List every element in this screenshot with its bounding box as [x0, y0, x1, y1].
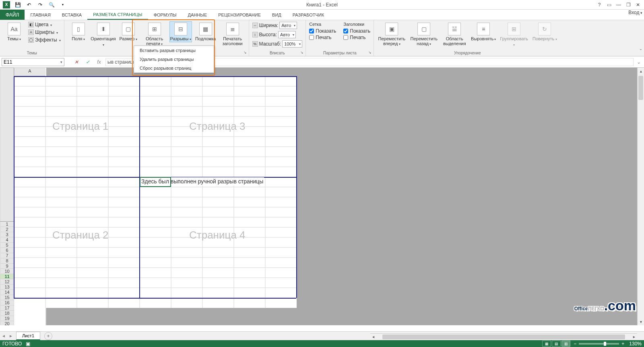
margins-button[interactable]: ▯Поля	[68, 22, 89, 42]
row-header[interactable]: 15	[0, 295, 14, 300]
horizontal-scrollbar[interactable]: ◄ ►	[370, 333, 637, 340]
sheet-nav-prev-icon[interactable]: ◄	[0, 332, 7, 340]
help-icon[interactable]: ?	[595, 1, 604, 9]
align-button[interactable]: ≡Выровнять	[471, 22, 496, 42]
print-titles-button[interactable]: ≣Печатать заголовки	[220, 22, 246, 46]
row-header[interactable]: 19	[0, 316, 14, 321]
sheet-tab-1[interactable]: Лист1	[16, 332, 40, 340]
reset-page-breaks-item[interactable]: Сброс разрывов страниц	[134, 64, 214, 73]
scale-spinner[interactable]: 100%	[282, 40, 302, 48]
row-header[interactable]: 8	[0, 258, 14, 263]
vertical-scrollbar[interactable]: ▲ ▼	[637, 68, 644, 325]
save-icon[interactable]: 💾	[13, 1, 23, 9]
insert-page-break-item[interactable]: Вставить разрыв страницы	[134, 46, 214, 55]
zoom-slider[interactable]	[579, 343, 619, 345]
sheet-options-launcher-icon[interactable]: ↘	[367, 50, 373, 55]
row-header[interactable]: 10	[0, 268, 14, 274]
row-header[interactable]: 11	[0, 274, 14, 279]
row-header[interactable]: 16	[0, 300, 14, 305]
ribbon-display-options-icon[interactable]: ▭	[605, 1, 613, 9]
page-break-preview-icon[interactable]: ▥	[561, 341, 570, 347]
row-header[interactable]: 12	[0, 279, 14, 284]
collapse-ribbon-icon[interactable]: ˇ	[640, 49, 642, 54]
name-box[interactable]: E11	[2, 58, 64, 66]
headings-view-checkbox[interactable]: Показать	[343, 28, 370, 34]
fx-icon[interactable]: fx	[94, 58, 104, 66]
gridlines-print-checkbox[interactable]: Печать	[309, 35, 336, 40]
tab-formulas[interactable]: ФОРМУЛЫ	[148, 10, 182, 20]
tab-file[interactable]: ФАЙЛ	[0, 10, 25, 20]
group-obj-button[interactable]: ⊞Группировать	[500, 22, 528, 48]
size-button[interactable]: ▢Размер	[118, 22, 139, 42]
send-backward-button[interactable]: ▢Переместить назад	[409, 22, 438, 47]
row-header[interactable]: 4	[0, 237, 14, 242]
headings-print-checkbox[interactable]: Печать	[343, 35, 370, 40]
tab-home[interactable]: ГЛАВНАЯ	[25, 10, 56, 20]
selection-pane-button[interactable]: ☱Область выделения	[442, 22, 467, 46]
row-header[interactable]: 14	[0, 289, 14, 295]
print-preview-icon[interactable]: 🔍	[47, 1, 56, 9]
orientation-button[interactable]: ⬍Ориентация	[93, 22, 114, 48]
width-combo[interactable]: Авто	[279, 22, 297, 29]
cancel-icon[interactable]: ✕	[72, 58, 81, 66]
restore-icon[interactable]: ❐	[624, 1, 633, 9]
expand-formula-bar-icon[interactable]: ⌄	[635, 59, 642, 65]
tab-review[interactable]: РЕЦЕНЗИРОВАНИЕ	[213, 10, 266, 20]
add-sheet-button[interactable]: +	[44, 332, 52, 340]
gridlines-view-checkbox[interactable]: Показать	[309, 28, 336, 34]
tab-view[interactable]: ВИД	[266, 10, 287, 20]
row-header[interactable]: 5	[0, 242, 14, 247]
page-layout-view-icon[interactable]: ▤	[552, 341, 561, 347]
row-header[interactable]: 18	[0, 310, 14, 316]
zoom-in-icon[interactable]: +	[621, 341, 624, 347]
tab-page-layout[interactable]: РАЗМЕТКА СТРАНИЦЫ	[87, 10, 148, 20]
row-header[interactable]: 3	[0, 232, 14, 237]
remove-page-break-item[interactable]: Удалить разрыв страницы	[134, 55, 214, 64]
row-header[interactable]: 6	[0, 247, 14, 253]
redo-icon[interactable]: ↷	[35, 1, 45, 9]
hscroll-thumb[interactable]	[382, 335, 625, 339]
page-setup-launcher-icon[interactable]: ↘	[242, 50, 248, 55]
rotate-button[interactable]: ↻Повернуть	[532, 22, 557, 42]
scroll-left-icon[interactable]: ◄	[370, 335, 376, 339]
col-header[interactable]: A	[14, 68, 45, 76]
tab-data[interactable]: ДАННЫЕ	[182, 10, 213, 20]
bring-forward-button[interactable]: ▣Переместить вперед	[377, 22, 406, 47]
zoom-level[interactable]: 130%	[629, 341, 642, 347]
themes-button[interactable]: Aa Темы	[3, 22, 25, 42]
height-combo[interactable]: Авто	[278, 31, 296, 38]
macro-record-icon[interactable]: ▣	[26, 341, 30, 347]
close-icon[interactable]: ✕	[634, 1, 642, 9]
scroll-down-icon[interactable]: ▼	[638, 319, 644, 325]
row-header[interactable]: 17	[0, 305, 14, 310]
normal-view-icon[interactable]: ▦	[542, 341, 551, 347]
enter-icon[interactable]: ✓	[83, 58, 93, 66]
row-header[interactable]: 20	[0, 321, 14, 325]
scroll-right-icon[interactable]: ►	[631, 335, 637, 339]
tab-developer[interactable]: РАЗРАБОТЧИК	[287, 10, 330, 20]
theme-colors-button[interactable]: ◧Цвета	[28, 22, 61, 27]
theme-fonts-button[interactable]: AШрифты	[28, 29, 61, 35]
tab-insert[interactable]: ВСТАВКА	[56, 10, 87, 20]
breaks-button[interactable]: ⊟Разрывы	[170, 22, 192, 42]
zoom-knob[interactable]	[604, 342, 606, 346]
print-area-button[interactable]: ⊞Область печати	[142, 22, 167, 47]
row-header[interactable]: 9	[0, 263, 14, 268]
undo-icon[interactable]: ↶	[24, 1, 34, 9]
minimize-icon[interactable]: —	[614, 1, 623, 9]
row-header[interactable]: 1	[0, 221, 14, 226]
zoom-out-icon[interactable]: −	[574, 341, 576, 347]
background-button[interactable]: ▦Подложка	[195, 22, 217, 41]
scroll-thumb[interactable]	[638, 76, 643, 100]
worksheet-grid[interactable]: A B C D E F G H I J K L M N O P Q R S 1	[0, 68, 637, 325]
row-header[interactable]: 13	[0, 284, 14, 289]
scale-launcher-icon[interactable]: ↘	[299, 50, 305, 55]
sheet-nav-next-icon[interactable]: ►	[7, 332, 14, 340]
signin-link[interactable]: Вход	[628, 10, 642, 15]
row-header[interactable]: 7	[0, 253, 14, 258]
theme-effects-button[interactable]: ◯Эффекты	[28, 37, 61, 43]
select-all-corner[interactable]	[0, 68, 14, 222]
row-header[interactable]: 2	[0, 226, 14, 232]
qat-customize-icon[interactable]: ▾	[58, 1, 68, 9]
scroll-up-icon[interactable]: ▲	[638, 68, 644, 74]
